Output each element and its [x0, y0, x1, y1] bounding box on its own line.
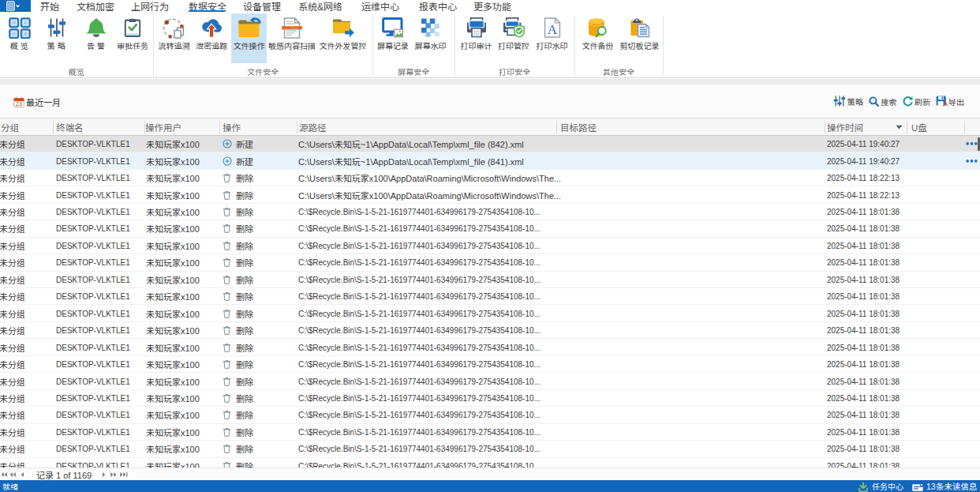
svg-text:A: A	[547, 22, 557, 37]
svg-text:23: 23	[16, 100, 22, 107]
